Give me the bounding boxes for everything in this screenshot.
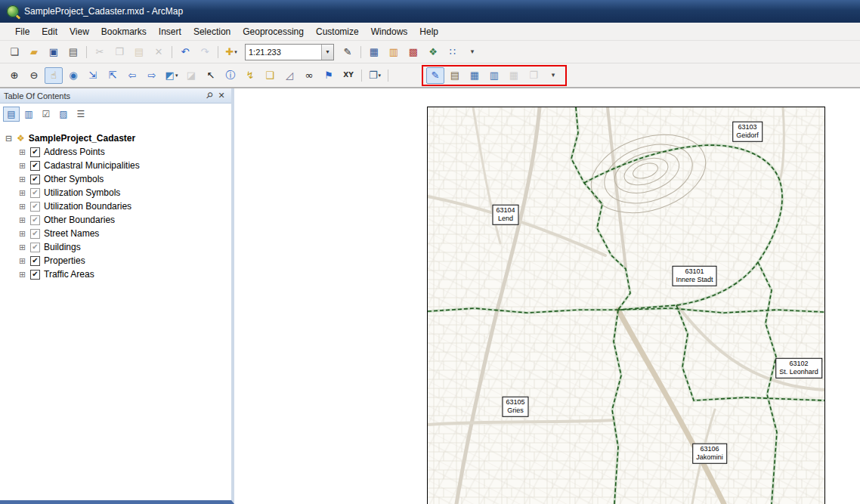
layer-visibility-checkbox[interactable]: ✔: [30, 202, 40, 212]
layer-visibility-checkbox[interactable]: ✔: [30, 256, 40, 266]
viewer-window-button[interactable]: ❐: [366, 67, 384, 84]
expand-icon[interactable]: ⊞: [18, 203, 26, 211]
expand-icon[interactable]: ⊞: [18, 243, 26, 252]
expand-icon[interactable]: ⊞: [18, 148, 26, 156]
layer-properties[interactable]: ⊞ ✔ Properties: [0, 254, 231, 267]
toolbar-options-button[interactable]: ▾: [463, 44, 481, 60]
toolbox-button[interactable]: ▩: [404, 44, 422, 60]
menu-insert[interactable]: Insert: [153, 25, 187, 39]
identify-button[interactable]: ⓘ: [221, 67, 240, 84]
menu-customize[interactable]: Customize: [310, 25, 365, 39]
toolbar-separator[interactable]: [388, 70, 388, 82]
layer-utilization-boundaries[interactable]: ⊞ ✔ Utilization Boundaries: [0, 199, 231, 213]
list-by-source-button[interactable]: ▥: [20, 107, 37, 122]
attribute-table-button[interactable]: ▦: [466, 67, 484, 84]
catalog-window-button[interactable]: ▥: [385, 44, 403, 60]
menu-selection[interactable]: Selection: [187, 25, 237, 39]
layer-visibility-checkbox[interactable]: ✔: [30, 147, 40, 157]
layer-visibility-checkbox[interactable]: ✔: [30, 161, 40, 171]
fixed-zoom-out-button[interactable]: ⇱: [104, 67, 122, 84]
map-scale-input[interactable]: [246, 48, 321, 57]
map-frame[interactable]: 63103 Geidorf 63104 Lend 63101 Innere St…: [427, 107, 825, 504]
expand-icon[interactable]: ⊞: [18, 189, 26, 197]
measure-button[interactable]: ◿: [280, 67, 299, 84]
layer-visibility-checkbox[interactable]: ✔: [30, 175, 40, 184]
layer-visibility-checkbox[interactable]: ✔: [30, 215, 40, 225]
hyperlink-button[interactable]: ↯: [241, 67, 259, 84]
scale-dropdown-icon[interactable]: [321, 45, 333, 60]
python-window-button[interactable]: ❖: [424, 44, 442, 60]
forward-extent-button[interactable]: ⇨: [143, 67, 161, 84]
expand-icon[interactable]: ⊞: [18, 271, 26, 279]
find-route-button[interactable]: ⚑: [320, 67, 338, 84]
layer-visibility-checkbox[interactable]: ✔: [30, 188, 40, 198]
layer-address-points[interactable]: ⊞ ✔ Address Points: [0, 145, 231, 159]
layer-visibility-checkbox[interactable]: ✔: [30, 229, 40, 239]
tree-root[interactable]: ⊟ ❖ SampleProject_Cadaster: [0, 131, 231, 145]
toolbar-separator[interactable]: [218, 46, 218, 58]
menu-help[interactable]: Help: [413, 25, 444, 39]
table-windows-button[interactable]: ▥: [485, 67, 503, 84]
close-icon[interactable]: ✕: [215, 91, 227, 100]
pin-icon[interactable]: ⚲: [202, 88, 216, 103]
print-button[interactable]: ▤: [64, 44, 82, 60]
list-by-visibility-button[interactable]: ☑: [38, 107, 54, 122]
menu-bookmarks[interactable]: Bookmarks: [95, 25, 153, 39]
expand-icon[interactable]: ⊞: [18, 230, 26, 238]
toolbar-separator[interactable]: [361, 70, 362, 82]
layer-utilization-symbols[interactable]: ⊞ ✔ Utilization Symbols: [0, 186, 231, 199]
table-of-contents-button[interactable]: ▦: [365, 44, 383, 60]
layer-buildings[interactable]: ⊞ ✔ Buildings: [0, 240, 231, 254]
fixed-zoom-in-button[interactable]: ⇲: [84, 67, 102, 84]
menu-windows[interactable]: Windows: [365, 25, 414, 39]
back-extent-button[interactable]: ⇦: [123, 67, 141, 84]
full-extent-button[interactable]: ◉: [64, 67, 82, 84]
toolbar-separator[interactable]: [172, 46, 172, 58]
editor-options-button[interactable]: ▾: [544, 67, 562, 84]
find-button[interactable]: ∞: [300, 67, 318, 84]
cut-button[interactable]: ✂: [91, 44, 109, 60]
layer-cadastral-municipalities[interactable]: ⊞ ✔ Cadastral Municipalities: [0, 159, 231, 172]
copy-features-button[interactable]: ❐: [524, 67, 543, 84]
list-by-drawing-order-button[interactable]: ▤: [3, 107, 20, 122]
delete-button[interactable]: ✕: [150, 44, 168, 60]
toc-header[interactable]: Table Of Contents ⚲ ✕: [0, 88, 231, 104]
menu-file[interactable]: File: [9, 25, 36, 39]
menu-edit[interactable]: Edit: [36, 25, 63, 39]
layer-other-boundaries[interactable]: ⊞ ✔ Other Boundaries: [0, 213, 231, 227]
pan-button[interactable]: ☝: [45, 67, 63, 84]
redo-button[interactable]: ↷: [196, 44, 214, 60]
toolbar-separator[interactable]: [360, 46, 361, 58]
expand-icon[interactable]: ⊞: [18, 162, 26, 170]
select-features-button[interactable]: ◩: [162, 67, 181, 84]
paste-button[interactable]: ▤: [130, 44, 148, 60]
save-button[interactable]: ▣: [45, 44, 63, 60]
toolbar-separator[interactable]: [86, 46, 87, 58]
layer-visibility-checkbox[interactable]: ✔: [30, 243, 40, 252]
list-by-selection-button[interactable]: ▨: [55, 107, 72, 122]
go-to-xy-button[interactable]: XY: [339, 67, 357, 84]
edit-sketch-button[interactable]: ✎: [339, 44, 357, 60]
layer-traffic-areas[interactable]: ⊞ ✔ Traffic Areas: [0, 267, 231, 281]
add-data-button[interactable]: ✚: [222, 44, 240, 60]
select-elements-button[interactable]: ↖: [202, 67, 220, 84]
toc-options-button[interactable]: ☰: [73, 107, 89, 122]
layer-street-names[interactable]: ⊞ ✔ Street Names: [0, 227, 231, 240]
layer-other-symbols[interactable]: ⊞ ✔ Other Symbols: [0, 172, 231, 186]
edit-tool-button[interactable]: ✎: [426, 67, 444, 84]
html-popup-button[interactable]: ❑: [261, 67, 279, 84]
expand-icon[interactable]: ⊞: [18, 216, 26, 224]
expand-icon[interactable]: ⊞: [18, 175, 26, 184]
layer-visibility-checkbox[interactable]: ✔: [30, 270, 40, 280]
new-document-button[interactable]: ❏: [5, 44, 23, 60]
undo-button[interactable]: ↶: [176, 44, 194, 60]
paste-special-button[interactable]: ▦: [505, 67, 523, 84]
model-builder-button[interactable]: ∷: [444, 44, 462, 60]
collapse-icon[interactable]: ⊟: [5, 135, 13, 143]
clear-selection-button[interactable]: ◪: [182, 67, 200, 84]
titlebar[interactable]: SampleProject_Cadaster.mxd - ArcMap: [0, 0, 860, 23]
zoom-in-button[interactable]: ⊕: [5, 67, 23, 84]
expand-icon[interactable]: ⊞: [18, 257, 26, 265]
attributes-button[interactable]: ▤: [446, 67, 464, 84]
open-button[interactable]: ▰: [25, 44, 43, 60]
